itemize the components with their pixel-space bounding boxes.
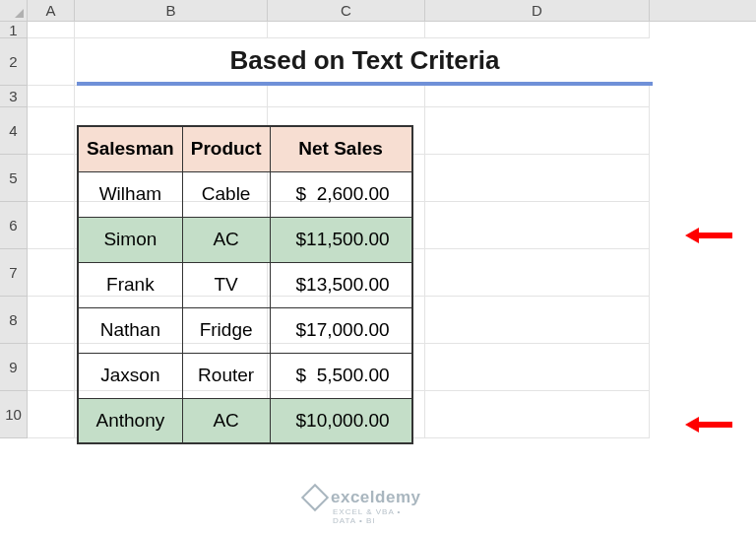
col-header-A[interactable]: A — [28, 0, 75, 21]
table-row: SimonAC$11,500.00 — [78, 217, 412, 262]
cell-product[interactable]: Fridge — [182, 307, 270, 353]
column-headers-row: A B C D — [0, 0, 756, 22]
cell-bg[interactable] — [28, 38, 75, 86]
watermark-sub: EXCEL & VBA • DATA • BI — [333, 507, 420, 525]
row-header-3[interactable]: 3 — [0, 86, 28, 107]
table-row: AnthonyAC$10,000.00 — [78, 398, 412, 443]
cell-bg[interactable] — [268, 22, 425, 38]
currency-symbol: $ — [296, 410, 307, 432]
header-salesman[interactable]: Salesman — [78, 126, 182, 171]
cell-salesman[interactable]: Nathan — [78, 307, 182, 353]
cell-bg[interactable] — [28, 202, 75, 249]
col-header-D[interactable]: D — [425, 0, 650, 21]
cell-bg[interactable] — [425, 391, 650, 438]
amount: 11,500.00 — [306, 229, 390, 250]
header-product[interactable]: Product — [182, 126, 270, 171]
cell-bg[interactable] — [425, 249, 650, 297]
row-header-2[interactable]: 2 — [0, 38, 28, 86]
table-header-row: Salesman Product Net Sales — [78, 126, 412, 171]
cell-bg[interactable] — [28, 107, 75, 155]
cell-bg[interactable] — [268, 86, 425, 107]
amount: 13,500.00 — [306, 274, 390, 296]
cell-salesman[interactable]: Jaxson — [78, 353, 182, 398]
col-header-B[interactable]: B — [75, 0, 268, 21]
cell-bg[interactable] — [75, 22, 268, 38]
page-title: Based on Text Criteria — [77, 38, 653, 86]
row-header-5[interactable]: 5 — [0, 155, 28, 202]
cell-bg[interactable] — [28, 155, 75, 202]
cell-bg[interactable] — [425, 155, 650, 202]
title-text: Based on Text Criteria — [229, 45, 499, 76]
row-header-1[interactable]: 1 — [0, 22, 28, 38]
cell-bg[interactable] — [28, 344, 75, 391]
cell-salesman[interactable]: Anthony — [78, 398, 182, 443]
select-all-corner[interactable] — [0, 0, 28, 22]
col-header-C[interactable]: C — [268, 0, 425, 21]
table-row: WilhamCable$2,600.00 — [78, 171, 412, 217]
row-header-7[interactable]: 7 — [0, 249, 28, 297]
spreadsheet: A B C D 12345678910 Based on Text Criter… — [0, 0, 756, 534]
currency-symbol: $ — [296, 365, 307, 386]
currency-symbol: $ — [296, 319, 307, 341]
cell-bg[interactable] — [425, 297, 650, 344]
row-header-9[interactable]: 9 — [0, 344, 28, 391]
watermark-text: exceldemy — [331, 488, 420, 507]
arrow-icon — [685, 228, 732, 243]
currency-symbol: $ — [296, 229, 307, 250]
cell-bg[interactable] — [425, 344, 650, 391]
amount: 17,000.00 — [306, 319, 390, 341]
cell-netsales[interactable]: $13,500.00 — [270, 262, 412, 307]
table-row: NathanFridge$17,000.00 — [78, 307, 412, 353]
amount: 10,000.00 — [306, 410, 390, 432]
cell-salesman[interactable]: Wilham — [78, 171, 182, 217]
cell-salesman[interactable]: Frank — [78, 262, 182, 307]
logo-icon — [301, 484, 329, 511]
amount: 5,500.00 — [317, 365, 390, 386]
cell-netsales[interactable]: $11,500.00 — [270, 217, 412, 262]
cell-bg[interactable] — [75, 86, 268, 107]
cell-bg[interactable] — [425, 202, 650, 249]
cell-netsales[interactable]: $2,600.00 — [270, 171, 412, 217]
header-netsales[interactable]: Net Sales — [270, 126, 412, 171]
cell-bg[interactable] — [425, 107, 650, 155]
row-header-8[interactable]: 8 — [0, 297, 28, 344]
cell-netsales[interactable]: $5,500.00 — [270, 353, 412, 398]
cell-netsales[interactable]: $10,000.00 — [270, 398, 412, 443]
cell-product[interactable]: TV — [182, 262, 270, 307]
row-header-4[interactable]: 4 — [0, 107, 28, 155]
currency-symbol: $ — [296, 183, 307, 205]
cell-salesman[interactable]: Simon — [78, 217, 182, 262]
table-row: JaxsonRouter$5,500.00 — [78, 353, 412, 398]
arrow-icon — [685, 417, 732, 433]
cell-bg[interactable] — [28, 249, 75, 297]
row-header-6[interactable]: 6 — [0, 202, 28, 249]
table-row: FrankTV$13,500.00 — [78, 262, 412, 307]
watermark: exceldemy EXCEL & VBA • DATA • BI — [305, 488, 420, 507]
cell-bg[interactable] — [425, 86, 650, 107]
currency-symbol: $ — [296, 274, 307, 296]
cell-bg[interactable] — [28, 297, 75, 344]
amount: 2,600.00 — [317, 183, 390, 205]
cell-netsales[interactable]: $17,000.00 — [270, 307, 412, 353]
row-headers-col: 12345678910 — [0, 22, 28, 438]
cell-product[interactable]: AC — [182, 398, 270, 443]
cell-bg[interactable] — [425, 22, 650, 38]
cell-bg[interactable] — [28, 391, 75, 438]
cell-product[interactable]: AC — [182, 217, 270, 262]
cell-bg[interactable] — [28, 22, 75, 38]
cell-product[interactable]: Router — [182, 353, 270, 398]
cell-bg[interactable] — [28, 86, 75, 107]
row-header-10[interactable]: 10 — [0, 391, 28, 438]
data-table: Salesman Product Net Sales WilhamCable$2… — [77, 125, 413, 444]
cell-product[interactable]: Cable — [182, 171, 270, 217]
